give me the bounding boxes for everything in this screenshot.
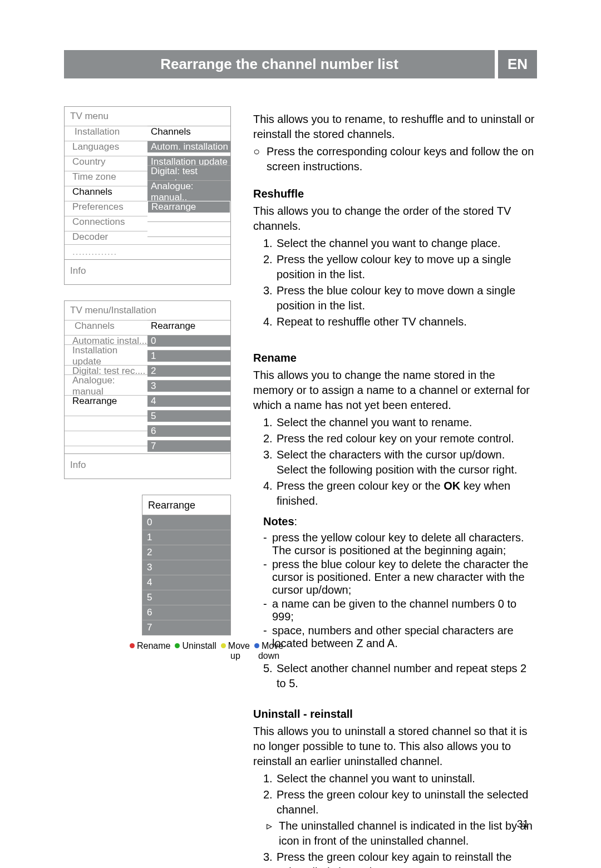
yellow-key-label-2: up [230, 651, 240, 661]
tv-menu-item: Languages [65, 141, 147, 152]
reshuffle-step: Press the blue colour key to move down a… [277, 283, 537, 313]
page-number: 31 [517, 818, 529, 830]
reshuffle-desc: This allows you to change the order of t… [253, 204, 537, 234]
tv-menu-title: TV menu [65, 107, 230, 124]
uninstall-step: Select the channel you want to uninstall… [277, 771, 537, 786]
rename-step: Select the channel you want to rename. [277, 415, 537, 430]
triangle-icon: ▹ [267, 818, 279, 849]
installation-item: Analogue: manual [65, 374, 147, 397]
language-badge: EN [498, 50, 537, 78]
tv-menu-item: Preferences [65, 201, 147, 213]
installation-item-selected: Rearrange [65, 395, 147, 407]
rearrange-slot: 7 [142, 620, 230, 635]
rename-note: press the yellow colour key to delete al… [272, 531, 537, 557]
installation-item: Installation update [65, 344, 147, 367]
rename-desc: This allows you to change the name store… [253, 368, 537, 413]
bullet-icon: ○ [253, 144, 267, 174]
tv-submenu-item: Analogue: manual.. [147, 180, 230, 203]
installation-item: Channels [65, 320, 147, 332]
uninstall-step: Press the green colour key to uninstall … [277, 787, 537, 817]
red-dot-icon [130, 643, 135, 648]
rearrange-slot: 1 [142, 530, 230, 545]
rename-step: Press the red colour key on your remote … [277, 431, 537, 446]
installation-menu-box: TV menu/Installation Channels Rearrange … [64, 300, 231, 479]
rearrange-slot: 4 [142, 575, 230, 590]
channel-slot: 1 [147, 350, 230, 362]
tv-menu-item: Time zone [65, 171, 147, 183]
rearrange-slot: 0 [142, 515, 230, 530]
page-header: Rearrange the channel number list EN [64, 50, 537, 78]
channel-slot: 0 [147, 335, 230, 347]
tv-menu-box: TV menu Installation Channels LanguagesA… [64, 106, 231, 285]
uninstall-step: Press the green colour key again to rein… [277, 850, 537, 868]
installation-info: Info [65, 453, 230, 479]
rearrange-header: Rearrange [147, 320, 230, 332]
instructions-column: This allows you to rename, to reshuffle … [253, 106, 537, 868]
rearrange-slot: 2 [142, 545, 230, 560]
tv-menu-item: Decoder [65, 231, 147, 243]
tv-menu-item: Installation [65, 126, 147, 137]
reshuffle-step: Repeat to reshuffle other TV channels. [277, 314, 537, 329]
tv-menu-more: .............. [65, 244, 230, 259]
installation-menu-title: TV menu/Installation [65, 301, 230, 318]
rename-heading: Rename [253, 352, 537, 364]
tv-submenu-empty [147, 221, 230, 222]
tv-menu-item: Country [65, 156, 147, 167]
rearrange-box: Rearrange 0 1 2 3 4 5 6 7 [142, 495, 231, 635]
tv-submenu-header: Channels [147, 126, 230, 137]
channel-slot: 2 [147, 365, 230, 377]
reshuffle-step: Press the yellow colour key to move up a… [277, 252, 537, 282]
installation-empty [65, 416, 147, 416]
yellow-key-label-1: Move [228, 641, 250, 651]
uninstall-heading: Uninstall - reinstall [253, 708, 537, 721]
channel-slot: 3 [147, 380, 230, 392]
tv-submenu-empty [147, 236, 230, 237]
rearrange-title: Rearrange [142, 495, 230, 515]
channel-slot: 7 [147, 440, 230, 452]
intro-instruction: Press the corresponding colour keys and … [267, 144, 537, 174]
rearrange-slot: 6 [142, 605, 230, 620]
colour-key-legend: Rename Uninstall Moveup Movedown [130, 641, 260, 660]
rename-step: Select another channel number and repeat… [277, 661, 537, 691]
red-key-label: Rename [137, 641, 170, 651]
reshuffle-step: Select the channel you want to change pl… [277, 236, 537, 251]
channel-slot: 5 [147, 410, 230, 422]
rename-note: space, numbers and other special charact… [272, 624, 537, 650]
yellow-dot-icon [221, 643, 226, 648]
rename-notes-label: Notes: [263, 514, 537, 529]
page-title: Rearrange the channel number list [64, 50, 495, 78]
green-key-label: Uninstall [182, 641, 216, 651]
tv-submenu-item: Autom. installation [147, 141, 230, 152]
green-dot-icon [175, 643, 180, 648]
rearrange-slot: 3 [142, 560, 230, 575]
installation-empty [65, 431, 147, 431]
rename-note: a name can be given to the channel numbe… [272, 598, 537, 623]
intro-text: This allows you to rename, to reshuffle … [253, 112, 537, 142]
installation-empty [65, 446, 147, 446]
tv-menu-item: Connections [65, 216, 147, 228]
uninstall-substep: The uninstalled channel is indicated in … [279, 818, 537, 849]
uninstall-desc: This allows you to uninstall a stored ch… [253, 724, 537, 769]
channel-slot: 6 [147, 425, 230, 437]
channel-slot: 4 [147, 395, 230, 407]
rearrange-slot: 5 [142, 590, 230, 605]
rename-note: press the blue colour key to delete the … [272, 558, 537, 596]
tv-menu-info: Info [65, 259, 230, 284]
reshuffle-heading: Reshuffle [253, 188, 537, 200]
tv-submenu-item-highlight: Rearrange [147, 201, 230, 213]
rename-step: Select the characters with the cursor up… [277, 447, 537, 477]
rename-step: Press the green colour key or the OK key… [277, 479, 537, 509]
tv-menu-item-selected: Channels [65, 186, 147, 198]
